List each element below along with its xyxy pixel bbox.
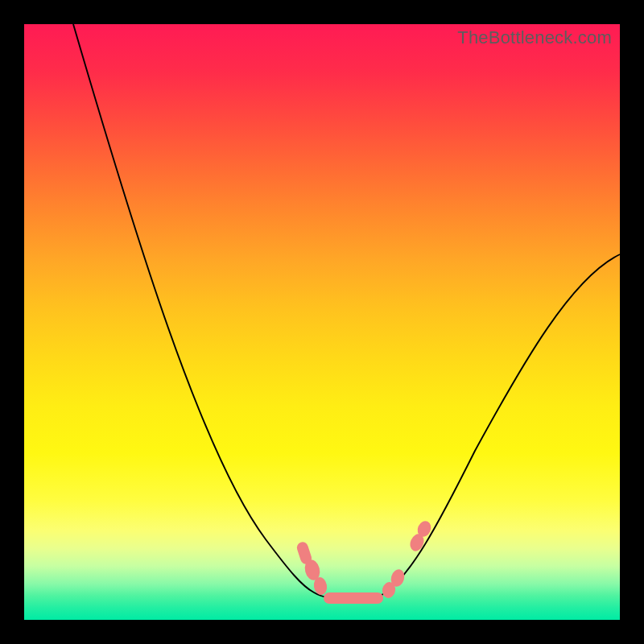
plot-area: TheBottleneck.com: [24, 24, 620, 620]
curve-markers: [295, 519, 433, 604]
chart-frame: TheBottleneck.com: [0, 0, 644, 644]
curve-marker: [324, 592, 383, 604]
bottleneck-curve: [73, 24, 620, 600]
curve-layer: [24, 24, 620, 620]
